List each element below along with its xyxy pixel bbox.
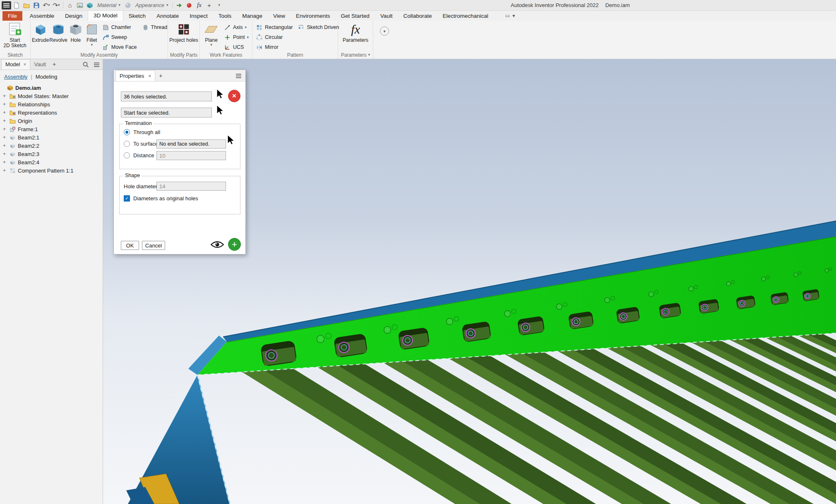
undo-button[interactable]: ↶▾	[42, 1, 51, 10]
expand-icon[interactable]: +	[2, 110, 7, 115]
expand-icon[interactable]: +	[2, 101, 7, 107]
tree-item-representations[interactable]: +Representations	[2, 108, 103, 117]
search-icon[interactable]	[82, 61, 89, 68]
ribbon-tab-electromechanical[interactable]: Electromechanical	[437, 11, 493, 21]
tree-item-model-states-master[interactable]: +Model States: Master	[2, 92, 103, 100]
preview-eye-icon[interactable]	[211, 240, 224, 249]
start-2d-sketch-button[interactable]: Start2D Sketch	[1, 21, 29, 51]
ribbon-tab-assemble[interactable]: Assemble	[24, 11, 60, 21]
ribbon-tab-annotate[interactable]: Annotate	[151, 11, 184, 21]
tree-item-beam2-2[interactable]: +Beam2:2	[2, 142, 103, 150]
mirror-button[interactable]: Mirror	[254, 43, 295, 52]
ribbon-tab-environments[interactable]: Environments	[291, 11, 336, 21]
close-icon[interactable]: ×	[23, 62, 26, 67]
distance-value-field[interactable]: 10	[156, 151, 226, 160]
appearance-clear-button[interactable]	[185, 1, 194, 10]
tree-item-beam2-4[interactable]: +Beam2:4	[2, 158, 103, 166]
move-face-button[interactable]: Move Face	[100, 43, 139, 52]
ribbon-option-button[interactable]: ▾	[380, 26, 389, 36]
parameters-button[interactable]: fx Parameters	[341, 21, 370, 51]
end-face-field[interactable]: No end face selected.	[156, 139, 226, 149]
material-combo[interactable]: Material▾	[95, 1, 123, 10]
add-browser-tab-button[interactable]: +	[50, 59, 59, 70]
qat-customize-button[interactable]: ▾	[214, 1, 223, 10]
circular-pattern-button[interactable]: Circular	[254, 33, 295, 42]
expand-icon[interactable]: +	[2, 168, 7, 173]
appearance-swatch-button[interactable]	[123, 1, 132, 10]
ribbon-tab-collaborate[interactable]: Collaborate	[398, 11, 437, 21]
browser-tab-model[interactable]: Model×	[1, 59, 30, 70]
thread-button[interactable]: Thread	[140, 23, 170, 32]
sweep-button[interactable]: Sweep	[100, 33, 139, 42]
material-swatch-button[interactable]	[85, 1, 94, 10]
parameters-quick-button[interactable]: fx	[195, 1, 204, 10]
new-file-button[interactable]	[12, 1, 21, 10]
ribbon-tab-get-started[interactable]: Get Started	[336, 11, 375, 21]
ribbon-tab-view[interactable]: View	[268, 11, 291, 21]
open-file-button[interactable]	[22, 1, 31, 10]
start-face-field[interactable]: Start face selected.	[121, 108, 212, 118]
add-dialog-tab-button[interactable]: +	[155, 70, 166, 81]
diameters-option[interactable]: ✓Diameters as original holes	[124, 195, 198, 202]
add-feature-button[interactable]: +	[228, 238, 241, 251]
app-menu-button[interactable]	[2, 1, 11, 10]
adjust-button[interactable]	[175, 1, 184, 10]
ribbon-tab-file[interactable]: File	[2, 11, 22, 21]
chevron-down-icon[interactable]: ▾	[512, 13, 515, 19]
ucs-button[interactable]: UCS	[222, 43, 251, 52]
redo-button[interactable]: ↷▾	[52, 1, 61, 10]
plane-button[interactable]: Plane ▾	[201, 21, 221, 51]
ribbon-tab-inspect[interactable]: Inspect	[184, 11, 213, 21]
expand-icon[interactable]: +	[2, 159, 7, 165]
to-surface-option[interactable]: To surface	[124, 141, 158, 147]
revolve-button[interactable]: Revolve	[49, 21, 67, 51]
render-button[interactable]	[75, 1, 84, 10]
assembly-mode-link[interactable]: Assembly	[4, 74, 27, 80]
hole-diameter-field[interactable]: 14	[156, 182, 226, 191]
expand-icon[interactable]: +	[2, 126, 7, 132]
home-button[interactable]: ⌂	[65, 1, 74, 10]
point-button[interactable]: Point▾	[222, 33, 251, 42]
dialog-menu-icon[interactable]	[235, 73, 242, 80]
close-icon[interactable]: ×	[148, 73, 151, 79]
extrude-button[interactable]: Extrude	[32, 21, 49, 51]
tree-item-frame-1[interactable]: +Frame:1	[2, 125, 103, 133]
tree-item-component-pattern-1-1[interactable]: +Component Pattern 1:1	[2, 166, 103, 175]
rectangular-pattern-button[interactable]: Rectangular	[254, 23, 295, 32]
diameters-checkbox[interactable]: ✓	[124, 195, 130, 202]
clear-selection-button[interactable]: ×	[228, 90, 240, 102]
ok-button[interactable]: OK	[121, 241, 139, 250]
expand-icon[interactable]: +	[2, 93, 7, 99]
ribbon-tab-vault[interactable]: Vault	[375, 11, 398, 21]
expand-icon[interactable]: +	[2, 134, 7, 140]
modeling-mode-link[interactable]: Modeling	[36, 74, 58, 80]
sketch-driven-pattern-button[interactable]: Sketch Driven	[295, 23, 341, 32]
save-button[interactable]	[32, 1, 41, 10]
through-all-option[interactable]: Through all	[124, 129, 160, 135]
add-quick-tool-button[interactable]: +	[204, 1, 214, 10]
ribbon-tab-manage[interactable]: Manage	[237, 11, 268, 21]
tree-item-beam2-1[interactable]: +Beam2:1	[2, 133, 103, 142]
chamfer-button[interactable]: Chamfer	[100, 23, 139, 32]
properties-tab[interactable]: Properties×	[115, 70, 155, 81]
expand-icon[interactable]: +	[2, 151, 7, 157]
distance-option[interactable]: Distance	[124, 152, 154, 158]
distance-radio[interactable]	[124, 152, 130, 158]
hole-button[interactable]: Hole	[68, 21, 84, 51]
tree-item-beam2-3[interactable]: +Beam2:3	[2, 150, 103, 158]
browser-menu-icon[interactable]	[94, 62, 100, 67]
expand-icon[interactable]: +	[2, 118, 7, 124]
appearance-combo[interactable]: Appearance▾	[133, 1, 171, 10]
ribbon-tab-3d-model[interactable]: 3D Model	[88, 10, 123, 21]
holes-selected-field[interactable]: 36 holes selected.	[121, 91, 212, 101]
ribbon-tab-tools[interactable]: Tools	[213, 11, 237, 21]
to-surface-radio[interactable]	[124, 141, 130, 147]
cancel-button[interactable]: Cancel	[142, 241, 165, 250]
expand-icon[interactable]: +	[2, 143, 7, 149]
axis-button[interactable]: Axis▾	[222, 23, 251, 32]
browser-tab-vault[interactable]: Vault	[30, 60, 50, 70]
ribbon-tab-sketch[interactable]: Sketch	[123, 11, 151, 21]
tree-item-relationships[interactable]: +Relationships	[2, 100, 103, 108]
tree-item-origin[interactable]: +Origin	[2, 117, 103, 125]
ribbon-tab-design[interactable]: Design	[60, 11, 88, 21]
